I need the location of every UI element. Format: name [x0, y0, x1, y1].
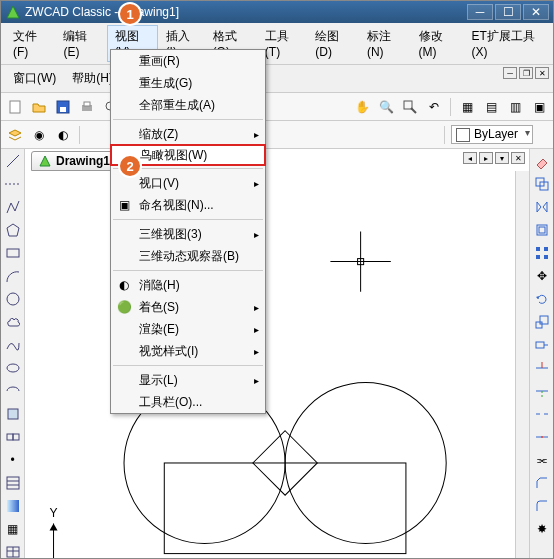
menu-window[interactable]: 窗口(W) — [5, 67, 64, 90]
offset-icon[interactable] — [532, 220, 552, 240]
open-icon[interactable] — [29, 97, 49, 117]
layer-state-icon[interactable]: ◉ — [29, 125, 49, 145]
tabrow-menu-icon[interactable]: ▾ — [495, 152, 509, 164]
svg-rect-17 — [7, 477, 19, 489]
tabrow-right-icon[interactable]: ▸ — [479, 152, 493, 164]
region-icon[interactable]: ▦ — [3, 519, 23, 539]
canvas-area: Drawing1 ✕ ◂ ▸ ▾ ✕ — [25, 149, 529, 559]
explode-icon[interactable]: ✸ — [532, 519, 552, 539]
svg-line-9 — [7, 155, 19, 167]
pan-icon[interactable]: ✋ — [352, 97, 372, 117]
new-icon[interactable] — [5, 97, 25, 117]
bylayer-label: ByLayer — [474, 127, 518, 141]
line-icon[interactable] — [3, 151, 23, 171]
menu-item-hide[interactable]: ◐消隐(H) — [111, 274, 265, 296]
block-icon[interactable] — [3, 427, 23, 447]
menu-item-regen[interactable]: 重生成(G) — [111, 72, 265, 94]
xline-icon[interactable] — [3, 174, 23, 194]
vertical-scrollbar[interactable] — [515, 171, 529, 559]
ellipse-icon[interactable] — [3, 358, 23, 378]
print-icon[interactable] — [77, 97, 97, 117]
menu-item-regenall[interactable]: 全部重生成(A) — [111, 94, 265, 116]
array-icon[interactable] — [532, 243, 552, 263]
zoom-realtime-icon[interactable]: 🔍 — [376, 97, 396, 117]
break-icon[interactable] — [532, 404, 552, 424]
view2-icon[interactable]: ▤ — [481, 97, 501, 117]
ellipse-arc-icon[interactable] — [3, 381, 23, 401]
maximize-button[interactable]: ☐ — [495, 4, 521, 20]
save-icon[interactable] — [53, 97, 73, 117]
rotate-icon[interactable] — [532, 289, 552, 309]
scale-icon[interactable] — [532, 312, 552, 332]
circle-icon[interactable] — [3, 289, 23, 309]
revcloud-icon[interactable] — [3, 312, 23, 332]
svg-rect-37 — [544, 255, 548, 259]
menu-item-display[interactable]: 显示(L)▸ — [111, 369, 265, 391]
svg-rect-14 — [8, 409, 18, 419]
zoom-previous-icon[interactable]: ↶ — [424, 97, 444, 117]
color-dropdown[interactable]: ByLayer — [451, 125, 533, 144]
callout-badge-2: 2 — [118, 154, 142, 178]
tabrow-close-icon[interactable]: ✕ — [511, 152, 525, 164]
doctab-label: Drawing1 — [56, 154, 110, 168]
svg-rect-0 — [10, 101, 20, 113]
menu-edit[interactable]: 编辑(E) — [55, 25, 106, 62]
gradient-icon[interactable] — [3, 496, 23, 516]
spline-icon[interactable] — [3, 335, 23, 355]
view1-icon[interactable]: ▦ — [457, 97, 477, 117]
menu-dimension[interactable]: 标注(N) — [359, 25, 411, 62]
svg-rect-2 — [60, 107, 66, 112]
trim-icon[interactable] — [532, 358, 552, 378]
copy-icon[interactable] — [532, 174, 552, 194]
layer-manager-icon[interactable] — [5, 125, 25, 145]
svg-rect-35 — [544, 247, 548, 251]
mirror-icon[interactable] — [532, 197, 552, 217]
stretch-icon[interactable] — [532, 335, 552, 355]
move-icon[interactable]: ✥ — [532, 266, 552, 286]
doc-minimize-button[interactable]: ─ — [503, 67, 517, 79]
layer-prev-icon[interactable]: ◐ — [53, 125, 73, 145]
point-icon[interactable]: • — [3, 450, 23, 470]
doc-close-button[interactable]: ✕ — [535, 67, 549, 79]
menu-item-3dview[interactable]: 三维视图(3)▸ — [111, 223, 265, 245]
arc-icon[interactable] — [3, 266, 23, 286]
axis-y-label: Y — [50, 506, 58, 520]
extend-icon[interactable] — [532, 381, 552, 401]
menu-item-namedview[interactable]: ▣命名视图(N)... — [111, 194, 265, 216]
menu-item-visualstyle[interactable]: 视觉样式(I)▸ — [111, 340, 265, 362]
menu-draw[interactable]: 绘图(D) — [307, 25, 359, 62]
fillet-icon[interactable] — [532, 496, 552, 516]
chamfer-icon[interactable] — [532, 473, 552, 493]
polygon-icon[interactable] — [3, 220, 23, 240]
view3-icon[interactable]: ▥ — [505, 97, 525, 117]
svg-point-13 — [7, 364, 19, 372]
tabrow-left-icon[interactable]: ◂ — [463, 152, 477, 164]
pline-icon[interactable] — [3, 197, 23, 217]
rectangle-icon[interactable] — [3, 243, 23, 263]
break2-icon[interactable] — [532, 427, 552, 447]
drawing-canvas[interactable]: X Y — [25, 171, 515, 559]
table-icon[interactable] — [3, 542, 23, 559]
menu-item-3dorbit[interactable]: 三维动态观察器(B) — [111, 245, 265, 267]
menu-file[interactable]: 文件(F) — [5, 25, 55, 62]
menu-item-zoom[interactable]: 缩放(Z)▸ — [111, 123, 265, 145]
view4-icon[interactable]: ▣ — [529, 97, 549, 117]
erase-icon[interactable] — [532, 151, 552, 171]
svg-rect-7 — [404, 101, 412, 109]
doc-restore-button[interactable]: ❐ — [519, 67, 533, 79]
insert-icon[interactable] — [3, 404, 23, 424]
menu-item-toolbars[interactable]: 工具栏(O)... — [111, 391, 265, 413]
svg-rect-15 — [7, 434, 13, 440]
minimize-button[interactable]: ─ — [467, 4, 493, 20]
menu-et[interactable]: ET扩展工具(X) — [463, 25, 549, 62]
app-title: ZWCAD Classic — [25, 5, 111, 19]
menu-modify[interactable]: 修改(M) — [411, 25, 464, 62]
zoom-window-icon[interactable] — [400, 97, 420, 117]
join-icon[interactable]: ⫘ — [532, 450, 552, 470]
menu-item-redraw[interactable]: 重画(R) — [111, 50, 265, 72]
menu-item-shade[interactable]: 🟢着色(S)▸ — [111, 296, 265, 318]
close-button[interactable]: ✕ — [523, 4, 549, 20]
menu-item-render[interactable]: 渲染(E)▸ — [111, 318, 265, 340]
hatch-icon[interactable] — [3, 473, 23, 493]
view-menu-popup: 重画(R) 重生成(G) 全部重生成(A) 缩放(Z)▸ 鸟瞰视图(W) 视口(… — [110, 49, 266, 414]
